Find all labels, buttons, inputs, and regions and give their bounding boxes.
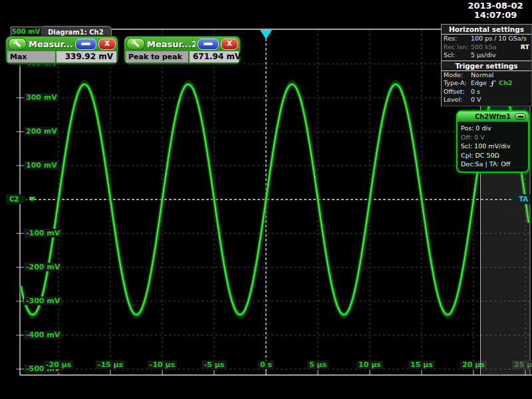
measurement1-settings-button[interactable] bbox=[8, 38, 27, 50]
measurement2-result-label: Peak to peak bbox=[126, 51, 188, 63]
time-text: 14:07:09 bbox=[462, 11, 529, 20]
measurement1-minimize-button[interactable] bbox=[75, 39, 96, 50]
vertical-scale-readout[interactable]: 500 mV bbox=[11, 27, 41, 37]
measurement1-titlebar[interactable]: Measur...1 X bbox=[7, 37, 116, 51]
trigger-level-row: Level: 0 V bbox=[442, 96, 531, 104]
res-row: Res: 100 ps / 10 GSa/s bbox=[442, 35, 531, 43]
res-label: Res: bbox=[444, 35, 471, 43]
channel2-arrow-icon bbox=[29, 197, 35, 201]
wfm-box-titlebar[interactable]: Ch2Wfm1 bbox=[458, 112, 528, 122]
trigger-offset-row: Offset: 0 s bbox=[442, 88, 531, 96]
level-label: Level: bbox=[444, 96, 471, 104]
rising-edge-icon bbox=[489, 80, 497, 87]
minimize-icon bbox=[203, 43, 213, 45]
measurement2-close-button[interactable]: X bbox=[221, 39, 238, 50]
scl-row: Scl: 5 µs/div bbox=[442, 51, 531, 60]
mode-value: Normal bbox=[471, 71, 493, 80]
reclen-value: 500 kSa bbox=[471, 43, 497, 52]
wfm-offset-row: Off: 0 V bbox=[461, 133, 525, 142]
trigger-source-channel: Ch2 bbox=[499, 79, 512, 88]
measurement1-close-button[interactable]: X bbox=[98, 39, 116, 50]
trigger-mode-row: Mode: Normal bbox=[442, 71, 531, 80]
trigger-settings-header[interactable]: Trigger settings bbox=[442, 61, 531, 71]
offset-label: Offset: bbox=[444, 88, 471, 96]
measurement1-result-label: Max bbox=[7, 51, 55, 63]
reclen-label: Rec len: bbox=[444, 43, 471, 52]
wrench-icon bbox=[13, 40, 22, 48]
reclen-row: Rec len: 500 kSa RT bbox=[442, 43, 531, 52]
minimize-icon bbox=[81, 43, 90, 45]
measurement2-titlebar[interactable]: Measur...2 X bbox=[126, 37, 239, 51]
measurement-widget-1[interactable]: Measur...1 X Max 339.92 mV bbox=[5, 36, 118, 65]
measurement1-result-value: 339.92 mV bbox=[57, 51, 116, 63]
wfm-decimation-row: Dec:Sa | TA: Off bbox=[461, 160, 525, 169]
measurement2-title: Measur...2 bbox=[147, 39, 196, 49]
date-text: 2013-08-02 bbox=[462, 1, 529, 11]
level-value: 0 V bbox=[471, 96, 481, 104]
wfm-box-minimize-button[interactable] bbox=[515, 113, 526, 120]
channel2-flag[interactable]: C2 bbox=[6, 194, 27, 204]
mode-label: Mode: bbox=[444, 71, 471, 80]
trigger-position-marker[interactable] bbox=[260, 30, 272, 39]
scl-label: Scl: bbox=[444, 51, 471, 60]
scl-value: 5 µs/div bbox=[471, 51, 496, 60]
measurement2-result-value: 671.94 mV bbox=[190, 51, 239, 63]
wfm-scale-row: Scl: 100 mV/div bbox=[461, 142, 525, 151]
wrench-icon bbox=[131, 40, 140, 48]
measurement1-title: Measur...1 bbox=[29, 39, 73, 49]
channel2-waveform-settings-box[interactable]: Ch2Wfm1 Pos: 0 div Off: 0 V Scl: 100 mV/… bbox=[456, 110, 529, 173]
channel2-level-marker[interactable]: C2 bbox=[6, 194, 35, 204]
minimize-icon bbox=[518, 116, 523, 118]
type-value: Edge bbox=[471, 79, 487, 88]
wfm-box-body: Pos: 0 div Off: 0 V Scl: 100 mV/div Cpl:… bbox=[458, 122, 528, 172]
measurement1-result-row: Max 339.92 mV bbox=[7, 51, 116, 63]
type-label: Type-A: bbox=[444, 79, 471, 88]
measurement2-minimize-button[interactable] bbox=[198, 39, 219, 50]
realtime-badge: RT bbox=[521, 43, 529, 52]
offset-value: 0 s bbox=[471, 88, 480, 96]
wfm-coupling-row: Cpl: DC 50Ω bbox=[461, 151, 525, 160]
measurement-widget-2[interactable]: Measur...2 X Peak to peak 671.94 mV bbox=[124, 36, 241, 65]
wfm-position-row: Pos: 0 div bbox=[461, 124, 525, 133]
wfm-box-title: Ch2Wfm1 bbox=[475, 113, 511, 120]
datetime-display: 2013-08-02 14:07:09 bbox=[462, 1, 529, 20]
horizontal-settings-header[interactable]: Horizontal settings bbox=[442, 25, 531, 35]
trigger-type-row: Type-A: Edge Ch2 bbox=[442, 79, 531, 88]
measurement2-settings-button[interactable] bbox=[126, 38, 145, 50]
res-value: 100 ps / 10 GSa/s bbox=[471, 35, 527, 43]
measurement2-result-row: Peak to peak 671.94 mV bbox=[126, 51, 239, 63]
settings-panel[interactable]: Horizontal settings Res: 100 ps / 10 GSa… bbox=[441, 24, 532, 106]
